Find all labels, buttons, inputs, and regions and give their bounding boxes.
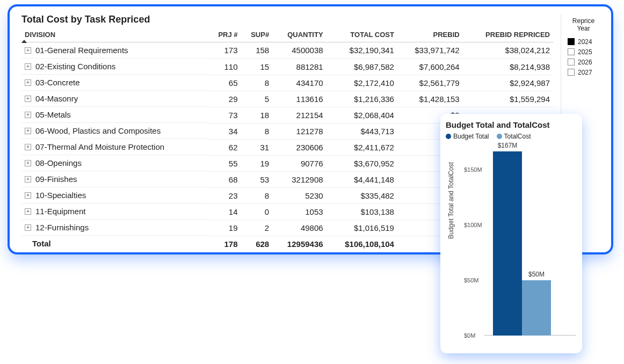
cell-sup: 5 <box>241 91 273 107</box>
reprice-year-option[interactable]: 2027 <box>568 69 599 76</box>
cell-sup: 0 <box>241 203 273 220</box>
legend-budget-total[interactable]: Budget Total <box>446 133 489 140</box>
cell-total-cost: $3,670,952 <box>326 155 397 171</box>
cell-sup: 31 <box>241 139 273 155</box>
cell-prj: 62 <box>208 139 241 155</box>
y-tick: $100M <box>464 222 482 228</box>
division-label: 04-Masonry <box>35 94 78 103</box>
cell-sup: 158 <box>241 42 273 59</box>
cell-total-cost: $32,190,341 <box>326 42 397 59</box>
cell-quantity: 90776 <box>272 155 326 171</box>
division-label: 02-Existing Conditions <box>35 62 115 71</box>
col-quantity[interactable]: QUANTITY <box>272 28 326 42</box>
expand-icon[interactable]: + <box>25 176 31 183</box>
legend-totalcost[interactable]: TotalCost <box>497 133 531 140</box>
division-label: 06-Wood, Plastics and Composites <box>35 126 161 135</box>
cell-total-cost: $4,441,148 <box>326 171 397 187</box>
cell-prj: 34 <box>208 123 241 139</box>
division-label: 11-Equipment <box>35 207 85 216</box>
cell-quantity: 49806 <box>272 220 326 236</box>
y-tick: $150M <box>464 166 482 173</box>
cell-quantity: 5230 <box>272 187 326 203</box>
chart-legend: Budget Total TotalCost <box>446 133 577 140</box>
cell-total-cost: $2,172,410 <box>326 75 397 91</box>
bar-budget-total[interactable]: $167M <box>493 151 522 336</box>
division-label: 07-Thermal And Moisture Protection <box>35 142 164 151</box>
cell-sup: 19 <box>241 155 273 171</box>
cell-quantity: 230606 <box>272 139 326 155</box>
cell-total-cost: $1,016,519 <box>326 220 397 236</box>
checkbox-icon <box>568 48 575 55</box>
checkbox-icon <box>568 69 575 76</box>
cell-total-cost: $335,482 <box>326 187 397 203</box>
cell-quantity: 1053 <box>272 203 326 220</box>
total-label: Total <box>21 236 208 251</box>
reprice-year-option[interactable]: 2024 <box>568 38 599 46</box>
cell-prj: 29 <box>208 91 241 107</box>
reprice-year-option[interactable]: 2026 <box>568 59 599 66</box>
table-row[interactable]: +04-Masonry295113616$1,216,336$1,428,153… <box>21 91 553 107</box>
chart-card: Budget Total and TotalCost Budget Total … <box>440 114 582 353</box>
cell-total-cost: $443,713 <box>326 123 397 139</box>
col-sup[interactable]: SUP# <box>241 28 273 42</box>
expand-icon[interactable]: + <box>25 96 31 102</box>
cell-prebid-repriced: $38,024,212 <box>463 42 553 59</box>
panel-title: Total Cost by Task Repriced <box>21 14 553 25</box>
cell-prj: 14 <box>208 203 241 220</box>
cell-prj: 55 <box>208 155 241 171</box>
expand-icon[interactable]: + <box>25 224 31 231</box>
col-prebid[interactable]: PREBID <box>397 28 463 42</box>
table-row[interactable]: +02-Existing Conditions11015881281$6,987… <box>21 59 553 75</box>
cell-prj: 23 <box>208 187 241 203</box>
division-label: 05-Metals <box>35 110 71 119</box>
expand-icon[interactable]: + <box>25 208 31 215</box>
division-label: 12-Furnishings <box>35 223 89 232</box>
cell-prebid: $2,561,779 <box>397 75 463 91</box>
cell-quantity: 212154 <box>272 107 326 123</box>
y-axis-label: Budget Total and TotalCost <box>447 162 455 239</box>
cell-prj: 68 <box>208 171 241 187</box>
total-prj: 178 <box>208 236 241 252</box>
cell-quantity: 121278 <box>272 123 326 139</box>
table-row[interactable]: +03-Concrete658434170$2,172,410$2,561,77… <box>21 75 553 91</box>
cell-sup: 18 <box>241 107 273 123</box>
reprice-year-header: Reprice Year <box>568 17 599 33</box>
expand-icon[interactable]: + <box>25 79 31 86</box>
year-label: 2025 <box>578 48 592 56</box>
dot-icon <box>446 134 451 139</box>
cell-sup: 8 <box>241 75 273 91</box>
dot-icon <box>497 134 502 139</box>
cell-total-cost: $2,068,404 <box>326 107 397 123</box>
cell-prj: 110 <box>208 59 241 75</box>
expand-icon[interactable]: + <box>25 144 31 150</box>
checkbox-icon <box>568 59 575 65</box>
cell-prj: 173 <box>208 42 241 59</box>
table-row[interactable]: +01-General Requirements1731584500038$32… <box>21 42 553 59</box>
cell-prebid: $33,971,742 <box>397 42 463 59</box>
col-total-cost[interactable]: TOTAL COST <box>326 28 397 42</box>
bar-totalcost[interactable]: $50M <box>522 280 551 336</box>
cell-quantity: 113616 <box>272 91 326 107</box>
cell-quantity: 4500038 <box>272 42 326 59</box>
cell-prebid-repriced: $8,214,938 <box>463 59 553 75</box>
expand-icon[interactable]: + <box>25 160 31 166</box>
cell-quantity: 881281 <box>272 59 326 75</box>
col-division[interactable]: DIVISION <box>21 28 208 42</box>
expand-icon[interactable]: + <box>25 128 31 134</box>
col-prj[interactable]: PRJ # <box>208 28 241 42</box>
cell-prj: 65 <box>208 75 241 91</box>
expand-icon[interactable]: + <box>25 192 31 199</box>
cell-total-cost: $6,987,582 <box>326 59 397 75</box>
expand-icon[interactable]: + <box>25 112 31 118</box>
cell-prj: 73 <box>208 107 241 123</box>
cell-sup: 8 <box>241 123 273 139</box>
total-total-cost: $106,108,104 <box>326 236 397 252</box>
col-prebid-repriced[interactable]: PREBID REPRICED <box>463 28 553 42</box>
cell-prj: 19 <box>208 220 241 236</box>
reprice-year-option[interactable]: 2025 <box>568 48 599 56</box>
year-label: 2024 <box>578 38 592 46</box>
expand-icon[interactable]: + <box>25 63 31 70</box>
expand-icon[interactable]: + <box>25 47 31 54</box>
table-header-row: DIVISION PRJ # SUP# QUANTITY TOTAL COST … <box>21 28 553 42</box>
division-label: 03-Concrete <box>35 78 80 87</box>
